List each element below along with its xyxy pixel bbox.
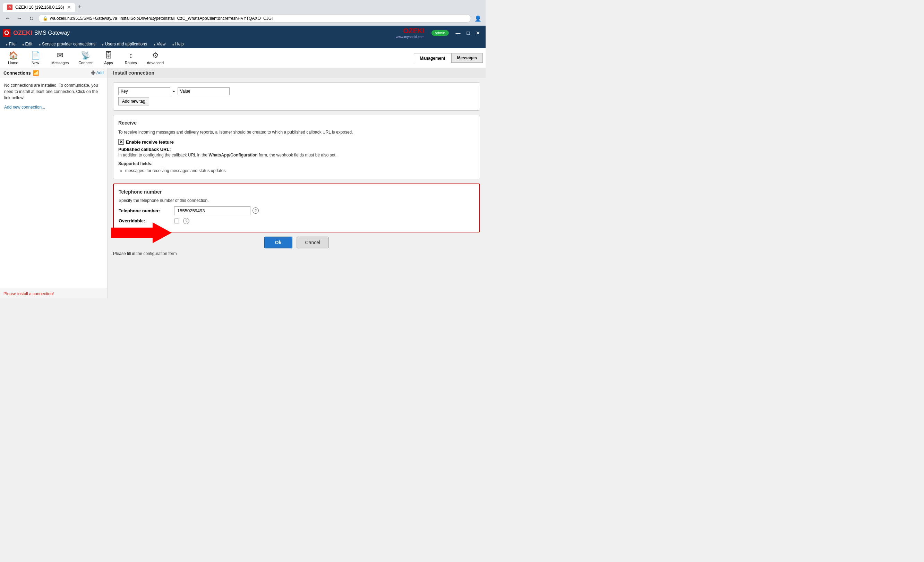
enable-receive-label: Enable receive feature (126, 140, 174, 145)
url-input[interactable] (50, 16, 466, 21)
new-tab-button[interactable]: + (75, 2, 85, 12)
add-tag-button[interactable]: Add new tag (118, 97, 149, 105)
messages-label: Messages (51, 61, 69, 65)
browser-tab[interactable]: O OZEKI 10 (192.168.0.126) ✕ (3, 3, 75, 12)
supported-fields-list: messages: for receiving messages and sta… (125, 168, 475, 174)
connect-label: Connect (78, 61, 93, 65)
close-button[interactable]: ✕ (473, 30, 483, 36)
connect-button[interactable]: 📡 Connect (74, 50, 97, 66)
apps-icon: 🗄 (105, 51, 112, 60)
tab-title: OZEKI 10 (192.168.0.126) (15, 5, 64, 10)
menu-help[interactable]: Help (169, 40, 187, 48)
routes-label: Routes (125, 61, 137, 65)
browser-chrome: O OZEKI 10 (192.168.0.126) ✕ + ← → ↻ 🔒 👤 (0, 0, 486, 26)
kv-separator: ▪ (173, 89, 175, 94)
receive-body: In addition to configuring the callback … (118, 152, 475, 174)
telephone-input[interactable] (174, 206, 250, 215)
ozeki-brand-icon: O (3, 29, 10, 37)
add-icon: ➕ (90, 71, 96, 75)
overridable-checkbox[interactable] (174, 219, 179, 224)
new-icon: 📄 (31, 51, 40, 60)
menu-service-provider[interactable]: Service provider connections (36, 40, 99, 48)
enable-receive-checkbox[interactable]: ✕ (118, 139, 124, 145)
receive-desc: To receive incoming messages and deliver… (118, 129, 475, 136)
menu-users-applications[interactable]: Users and applications (99, 40, 150, 48)
new-label: New (32, 61, 39, 65)
add-label: Add (96, 71, 104, 75)
value-input[interactable] (178, 87, 230, 95)
telephone-label: Telephone number: (118, 208, 174, 213)
whatsapp-config-link: WhatsApp/Configuration (208, 153, 257, 158)
key-input[interactable] (118, 87, 170, 95)
advanced-icon: ⚙ (152, 51, 159, 60)
content-footer-text: Please fill in the configuration form (113, 251, 480, 256)
toolbar: 🏠 Home 📄 New ✉ Messages 📡 Connect 🗄 Apps… (0, 48, 486, 68)
admin-badge: admin (432, 30, 449, 36)
routes-button[interactable]: ↕ Routes (120, 50, 141, 66)
messages-icon: ✉ (57, 51, 63, 60)
home-label: Home (8, 61, 18, 65)
cancel-button[interactable]: Cancel (297, 237, 329, 248)
telephone-title: Telephone number (118, 189, 474, 195)
titlebar-controls: — □ ✕ (453, 30, 483, 36)
address-bar[interactable]: 🔒 (38, 14, 471, 23)
telephone-number-row: Telephone number: ? (118, 206, 474, 215)
ozeki-corner-logo: OZEKI (396, 27, 424, 35)
ok-button[interactable]: Ok (264, 237, 292, 248)
maximize-button[interactable]: □ (464, 30, 472, 36)
apps-label: Apps (104, 61, 113, 65)
app-title: SMS Gateway (34, 30, 70, 36)
forward-button[interactable]: → (15, 14, 24, 23)
connections-label: Connections (3, 71, 31, 76)
content-header: Install connection (108, 68, 486, 78)
add-new-connection-link[interactable]: Add new connection... (4, 105, 45, 110)
profile-button[interactable]: 👤 (473, 14, 483, 23)
app-titlebar: O OZEKI SMS Gateway OZEKI www.myozeki.co… (0, 26, 486, 40)
apps-button[interactable]: 🗄 Apps (98, 50, 119, 66)
published-callback-label: Published callback URL: (118, 147, 475, 152)
enable-receive-row: ✕ Enable receive feature (118, 139, 475, 145)
routes-icon: ↕ (129, 51, 133, 60)
sidebar: Connections 📶 ➕ Add No connections are i… (0, 68, 108, 298)
menu-view[interactable]: View (150, 40, 169, 48)
receive-section: Receive To receive incoming messages and… (113, 115, 480, 179)
messages-tab[interactable]: Messages (451, 53, 483, 63)
advanced-button[interactable]: ⚙ Advanced (142, 50, 168, 66)
minimize-button[interactable]: — (453, 30, 464, 36)
ozeki-corner: OZEKI www.myozeki.com (396, 27, 424, 39)
telephone-desc: Specify the telephone number of this con… (118, 198, 474, 203)
refresh-button[interactable]: ↻ (26, 14, 36, 23)
connect-icon: 📡 (81, 51, 90, 60)
tab-bar: O OZEKI 10 (192.168.0.126) ✕ + (0, 0, 486, 12)
back-button[interactable]: ← (3, 14, 12, 23)
telephone-help-icon[interactable]: ? (252, 207, 259, 214)
home-icon: 🏠 (9, 51, 18, 60)
browser-controls: ← → ↻ 🔒 👤 (0, 12, 486, 26)
home-button[interactable]: 🏠 Home (3, 50, 24, 66)
sidebar-footer: Please install a connection! (0, 288, 107, 298)
ozeki-corner-url: www.myozeki.com (396, 35, 424, 39)
connections-icon: 📶 (33, 70, 39, 76)
tab-close-icon[interactable]: ✕ (67, 5, 71, 10)
red-arrow (111, 221, 173, 246)
no-connections-text: No connections are installed. To communi… (4, 82, 103, 101)
svg-marker-0 (111, 222, 172, 243)
sidebar-footer-text: Please install a connection! (3, 292, 54, 296)
overridable-help-icon[interactable]: ? (183, 218, 189, 224)
ozeki-brand-label: OZEKI (13, 30, 32, 37)
receive-title: Receive (118, 120, 475, 126)
management-tab[interactable]: Management (414, 53, 451, 63)
add-connection-button[interactable]: ➕ Add (90, 71, 104, 75)
sidebar-content: No connections are installed. To communi… (0, 78, 107, 288)
menu-file[interactable]: File (3, 40, 19, 48)
content-area: Install connection ▪ Add new tag Receive… (108, 68, 486, 298)
advanced-label: Advanced (147, 61, 164, 65)
new-button[interactable]: 📄 New (25, 50, 46, 66)
messages-button[interactable]: ✉ Messages (47, 50, 73, 66)
menu-bar: File Edit Service provider connections U… (0, 40, 486, 48)
sidebar-title: Connections 📶 (3, 70, 39, 76)
kv-row: ▪ (118, 87, 475, 95)
callback-desc: In addition to configuring the callback … (118, 152, 475, 159)
lock-icon: 🔒 (43, 16, 48, 21)
menu-edit[interactable]: Edit (19, 40, 36, 48)
